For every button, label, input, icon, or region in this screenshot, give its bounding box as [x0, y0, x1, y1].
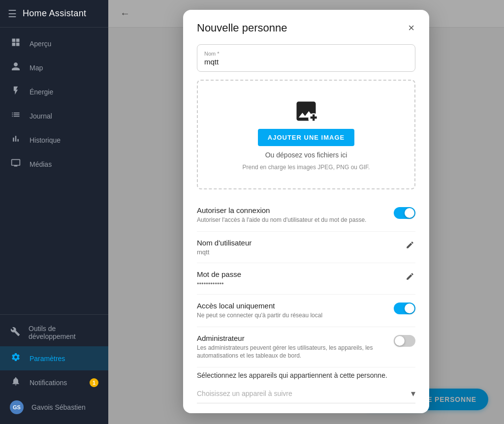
toggle-label-admin: Administrateur [197, 334, 386, 342]
modal-overlay: Nouvelle personne × Nom * [108, 0, 504, 424]
toggle-label-acces-local: Accès local uniquement [197, 302, 386, 310]
device-select-row[interactable]: Choisissez un appareil à suivre ▾ [197, 384, 415, 403]
device-section: Sélectionnez les appareils qui appartien… [197, 369, 415, 403]
image-upload-area: AJOUTER UNE IMAGE Ou déposez vos fichier… [197, 80, 415, 189]
sidebar-item-notifications[interactable]: Notifications 1 [0, 370, 108, 394]
sidebar-item-journal[interactable]: Journal [0, 104, 108, 128]
toggle-thumb-acces-local [405, 303, 414, 313]
sidebar: ☰ Home Assistant Aperçu Map Énergie [0, 0, 108, 424]
toggle-info-autoriser: Autoriser la connexion Autoriser l'accès… [197, 206, 386, 224]
dialog-header: Nouvelle personne × [197, 22, 415, 34]
sidebar-header: ☰ Home Assistant [0, 0, 108, 28]
menu-icon[interactable]: ☰ [8, 8, 17, 20]
wrench-icon [10, 327, 21, 339]
toggle-switch-autoriser[interactable] [394, 207, 415, 219]
sidebar-item-map[interactable]: Map [0, 56, 108, 80]
close-button[interactable]: × [407, 22, 415, 34]
toggle-thumb-autoriser [405, 208, 414, 218]
add-image-button[interactable]: AJOUTER UNE IMAGE [258, 129, 354, 146]
sidebar-nav: Aperçu Map Énergie Journal Historique [0, 28, 108, 314]
edit-label-username: Nom d'utilisateur [197, 239, 397, 247]
dialog-title: Nouvelle personne [197, 22, 287, 34]
toggle-label-autoriser: Autoriser la connexion [197, 206, 386, 214]
sidebar-label-medias: Médias [30, 160, 52, 168]
toggle-thumb-admin [395, 336, 405, 346]
edit-password-button[interactable] [405, 271, 415, 284]
device-section-label: Sélectionnez les appareils qui appartien… [197, 371, 415, 379]
dialog: Nouvelle personne × Nom * [183, 10, 429, 413]
create-button[interactable]: CRÉER [385, 411, 415, 413]
toggle-info-acces-local: Accès local uniquement Ne peut se connec… [197, 302, 386, 320]
sidebar-label-outils: Outils de développement [29, 325, 98, 340]
sidebar-label-energie: Énergie [30, 88, 53, 96]
sidebar-item-parametres[interactable]: Paramètres [0, 346, 108, 370]
list-icon [10, 110, 22, 122]
sidebar-item-apercu[interactable]: Aperçu [0, 31, 108, 56]
main-content: ← Nouvelle personne × Nom * [108, 0, 504, 424]
notification-badge: 1 [90, 378, 98, 387]
avatar: GS [10, 400, 24, 414]
device-select-placeholder: Choisissez un appareil à suivre [197, 390, 411, 397]
chart-icon [10, 134, 22, 146]
toggle-desc-admin: Les administrateurs peuvent gérer les ut… [197, 344, 386, 361]
dialog-footer: CRÉER [197, 403, 415, 413]
display-icon [10, 158, 22, 170]
toggle-info-admin: Administrateur Les administrateurs peuve… [197, 334, 386, 361]
lightning-icon [10, 86, 22, 98]
gear-icon [10, 352, 22, 364]
bell-icon [10, 376, 22, 389]
toggle-switch-acces-local[interactable] [394, 303, 415, 314]
sidebar-item-energie[interactable]: Énergie [0, 80, 108, 104]
sidebar-label-apercu: Aperçu [30, 40, 51, 48]
dropdown-icon: ▾ [411, 388, 415, 399]
sidebar-item-medias[interactable]: Médias [0, 152, 108, 176]
edit-label-password: Mot de passe [197, 270, 397, 278]
edit-value-password: •••••••••••• [197, 280, 397, 287]
edit-row-username: Nom d'utilisateur mqtt [197, 232, 415, 263]
user-name: Gavois Sébastien [32, 403, 86, 411]
sidebar-label-historique: Historique [30, 136, 61, 144]
edit-username-button[interactable] [405, 240, 415, 253]
sidebar-item-historique[interactable]: Historique [0, 128, 108, 152]
image-upload-icon [293, 98, 319, 124]
edit-value-username: mqtt [197, 248, 397, 256]
person-icon [10, 61, 22, 74]
toggle-switch-admin[interactable] [394, 335, 415, 347]
sidebar-item-user[interactable]: GS Gavois Sébastien [0, 394, 108, 420]
name-field-group: Nom * [197, 44, 415, 72]
toggle-row-autoriser: Autoriser la connexion Autoriser l'accès… [197, 199, 415, 232]
edit-info-password: Mot de passe •••••••••••• [197, 270, 397, 287]
sidebar-title: Home Assistant [23, 8, 86, 19]
edit-info-username: Nom d'utilisateur mqtt [197, 239, 397, 256]
name-field: Nom * [197, 44, 415, 72]
toggle-desc-acces-local: Ne peut se connecter qu'à partir du rése… [197, 311, 386, 320]
sidebar-item-outils[interactable]: Outils de développement [0, 319, 108, 346]
toggle-desc-autoriser: Autoriser l'accès à l'aide du nom d'util… [197, 216, 386, 224]
sidebar-label-map: Map [30, 64, 43, 72]
sidebar-label-parametres: Paramètres [30, 355, 65, 363]
edit-row-password: Mot de passe •••••••••••• [197, 263, 415, 295]
drop-text: Ou déposez vos fichiers ici [265, 151, 347, 159]
toggle-row-admin: Administrateur Les administrateurs peuve… [197, 327, 415, 368]
toggle-row-acces-local: Accès local uniquement Ne peut se connec… [197, 295, 415, 327]
sidebar-label-journal: Journal [30, 112, 52, 120]
grid-icon [10, 37, 22, 50]
name-input[interactable] [204, 58, 408, 66]
name-label: Nom * [204, 51, 408, 57]
sidebar-bottom: Outils de développement Paramètres Notif… [0, 314, 108, 424]
support-text: Prend en charge les images JPEG, PNG ou … [243, 164, 370, 171]
sidebar-label-notifications: Notifications [30, 379, 67, 387]
